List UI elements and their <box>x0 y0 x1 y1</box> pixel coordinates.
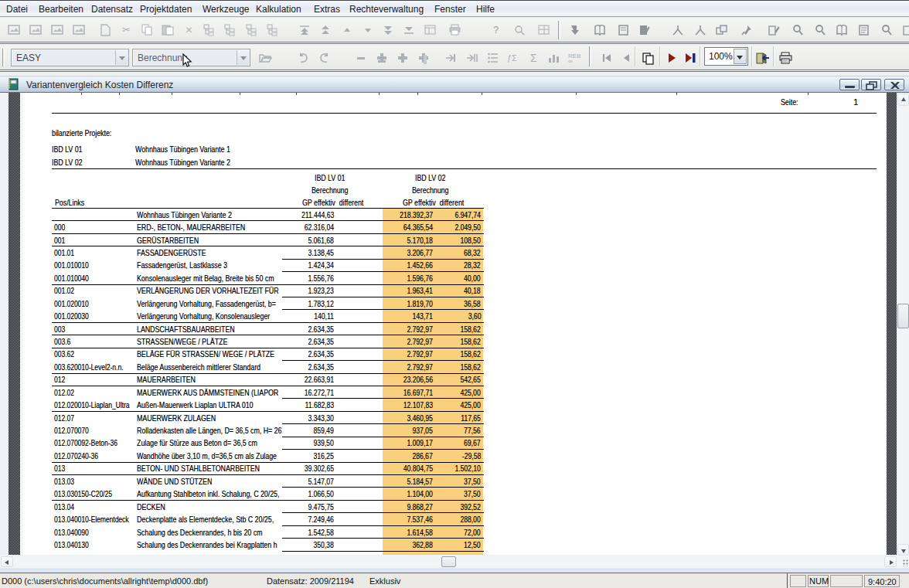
svg-text:ƒΣ: ƒΣ <box>507 53 517 63</box>
svg-text:∞: ∞ <box>568 58 573 64</box>
svg-text:Σ: Σ <box>530 52 537 64</box>
